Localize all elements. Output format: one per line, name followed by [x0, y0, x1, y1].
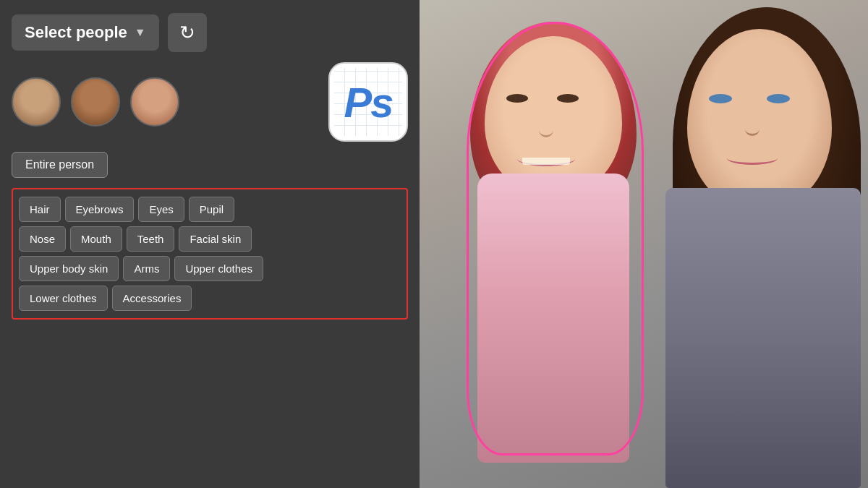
entire-person-section: Entire person	[12, 152, 408, 178]
woman-left-outline	[467, 22, 644, 455]
lower-clothes-button[interactable]: Lower clothes	[19, 286, 108, 311]
top-bar: Select people ▼ ↻	[12, 13, 408, 52]
avatar-1[interactable]	[12, 77, 61, 127]
upper-clothes-button[interactable]: Upper clothes	[174, 256, 263, 281]
woman-right	[651, 0, 868, 488]
upper-body-skin-button[interactable]: Upper body skin	[19, 256, 119, 281]
people-avatars-row: Ps	[12, 62, 408, 142]
arms-button[interactable]: Arms	[123, 256, 170, 281]
chevron-down-icon: ▼	[135, 26, 146, 39]
refresh-button[interactable]: ↻	[168, 13, 207, 52]
mouth-button[interactable]: Mouth	[70, 226, 122, 252]
woman-left	[456, 22, 644, 470]
body-parts-grid: Hair Eyebrows Eyes Pupil Nose Mouth Teet…	[12, 188, 408, 320]
hair-button[interactable]: Hair	[19, 197, 61, 222]
nose-button[interactable]: Nose	[19, 226, 66, 252]
body-parts-row-4: Lower clothes Accessories	[19, 286, 401, 311]
body-parts-row-1: Hair Eyebrows Eyes Pupil	[19, 197, 401, 222]
refresh-icon: ↻	[179, 22, 195, 44]
ps-logo-text: Ps	[344, 78, 393, 127]
left-panel: Select people ▼ ↻ Ps Entire person Hair …	[0, 0, 420, 488]
accessories-button[interactable]: Accessories	[112, 286, 192, 311]
body-parts-row-2: Nose Mouth Teeth Facial skin	[19, 226, 401, 252]
photoshop-icon: Ps	[328, 62, 408, 142]
entire-person-button[interactable]: Entire person	[12, 152, 108, 178]
body-parts-row-3: Upper body skin Arms Upper clothes	[19, 256, 401, 281]
right-panel	[420, 0, 868, 488]
avatar-3[interactable]	[130, 77, 179, 127]
pupil-button[interactable]: Pupil	[189, 197, 234, 222]
eyes-button[interactable]: Eyes	[138, 197, 184, 222]
teeth-button[interactable]: Teeth	[127, 226, 175, 252]
facial-skin-button[interactable]: Facial skin	[179, 226, 252, 252]
select-people-dropdown[interactable]: Select people ▼	[12, 14, 159, 51]
photo-background	[420, 0, 868, 488]
eyebrows-button[interactable]: Eyebrows	[65, 197, 135, 222]
woman-right-body	[665, 188, 861, 488]
avatar-2[interactable]	[71, 77, 120, 127]
select-label: Select people	[25, 23, 127, 42]
